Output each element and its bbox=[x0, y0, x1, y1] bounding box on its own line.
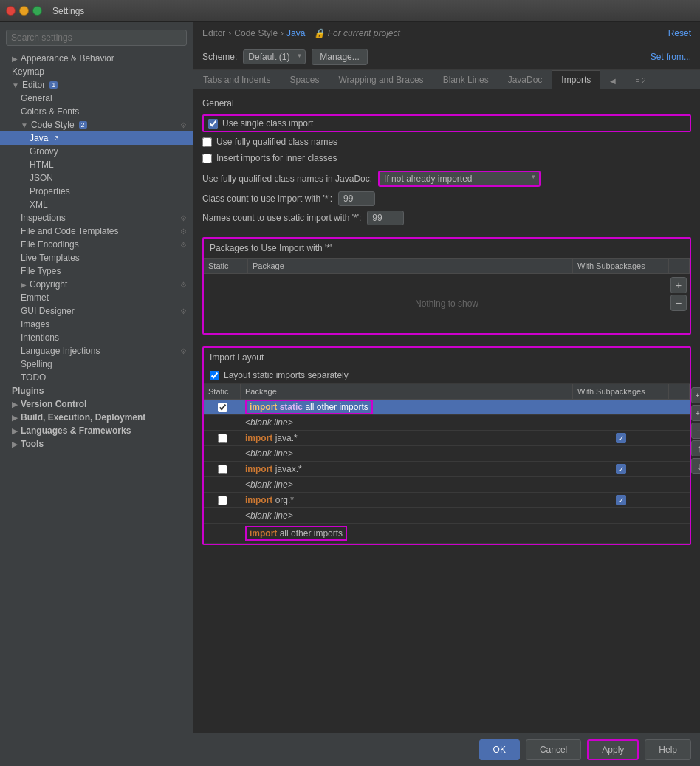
tab-tabs-indents[interactable]: Tabs and Indents bbox=[193, 70, 280, 89]
javax-checkbox[interactable] bbox=[218, 465, 227, 474]
use-fully-qualified-label[interactable]: Use fully qualified class names bbox=[216, 137, 337, 147]
static-all-checkbox[interactable] bbox=[218, 403, 227, 412]
sidebar-item-gui-designer[interactable]: GUI Designer ⚙ bbox=[0, 304, 193, 318]
packages-header: Packages to Use Import with '*' bbox=[204, 239, 690, 258]
manage-button[interactable]: Manage... bbox=[312, 49, 367, 65]
layout-row-org[interactable]: import org.* ✓ bbox=[204, 493, 690, 508]
add-static-layout-button[interactable]: +s bbox=[691, 405, 700, 421]
move-down-layout-button[interactable]: ↓ bbox=[691, 458, 700, 474]
sidebar-item-file-types[interactable]: File Types bbox=[0, 264, 193, 278]
sidebar-item-appearance[interactable]: ▶ Appearance & Behavior bbox=[0, 52, 193, 65]
tab-more[interactable]: ◀ bbox=[600, 72, 625, 89]
org-static-cell bbox=[204, 493, 241, 507]
tab-spaces[interactable]: Spaces bbox=[280, 70, 329, 89]
javax-static-cell bbox=[204, 462, 241, 476]
tab-imports[interactable]: Imports bbox=[552, 70, 600, 89]
sidebar-item-code-style[interactable]: ▼ Code Style 2 ⚙ bbox=[0, 118, 193, 131]
set-from-link[interactable]: Set from... bbox=[651, 52, 691, 62]
sidebar-item-live-templates[interactable]: Live Templates bbox=[0, 251, 193, 264]
move-up-layout-button[interactable]: ↑ bbox=[691, 440, 700, 456]
layout-static-checkbox[interactable] bbox=[210, 371, 219, 380]
reset-link[interactable]: Reset bbox=[668, 28, 691, 38]
sidebar-item-label: Live Templates bbox=[21, 253, 80, 263]
sidebar-item-label: File and Code Templates bbox=[21, 226, 119, 236]
sidebar-item-html[interactable]: HTML bbox=[0, 158, 193, 171]
use-fully-qualified-checkbox[interactable] bbox=[202, 137, 212, 147]
expand-icon: ▼ bbox=[12, 81, 19, 89]
org-actions-cell bbox=[669, 498, 690, 502]
sidebar-item-colors-fonts[interactable]: Colors & Fonts bbox=[0, 105, 193, 118]
sidebar-item-build[interactable]: ▶ Build, Execution, Deployment bbox=[0, 411, 193, 424]
all-subpackages-cell bbox=[573, 531, 669, 536]
class-count-input[interactable] bbox=[338, 191, 375, 206]
sidebar-item-editor[interactable]: ▼ Editor 1 bbox=[0, 78, 193, 92]
javax-actions-cell bbox=[669, 467, 690, 471]
blank-line-1: <blank line> bbox=[241, 415, 573, 430]
search-input[interactable] bbox=[6, 30, 187, 46]
tab-wrapping[interactable]: Wrapping and Braces bbox=[329, 70, 433, 89]
sidebar-item-tools[interactable]: ▶ Tools bbox=[0, 437, 193, 451]
close-button[interactable] bbox=[6, 6, 16, 16]
sidebar-item-emmet[interactable]: Emmet bbox=[0, 291, 193, 304]
remove-package-button[interactable]: − bbox=[670, 295, 687, 311]
tab-javadoc[interactable]: JavaDoc bbox=[498, 70, 552, 89]
sidebar-item-intentions[interactable]: Intentions bbox=[0, 331, 193, 344]
expand-icon: ▶ bbox=[12, 400, 18, 408]
window-controls[interactable] bbox=[6, 6, 42, 16]
sidebar-item-images[interactable]: Images bbox=[0, 318, 193, 331]
java-checkbox[interactable] bbox=[218, 434, 227, 443]
layout-row-static-all[interactable]: import static all other imports bbox=[204, 400, 690, 415]
help-button[interactable]: Help bbox=[645, 739, 691, 760]
add-layout-button[interactable]: +n bbox=[691, 387, 700, 403]
remove-layout-button[interactable]: − bbox=[691, 423, 700, 439]
sidebar-item-label: Properties bbox=[30, 186, 70, 196]
sidebar-item-general[interactable]: General bbox=[0, 92, 193, 105]
sidebar-item-todo[interactable]: TODO bbox=[0, 371, 193, 384]
expand-icon: ▼ bbox=[21, 121, 28, 129]
cancel-button[interactable]: Cancel bbox=[526, 739, 581, 760]
sidebar-item-file-encodings[interactable]: File Encodings ⚙ bbox=[0, 238, 193, 251]
use-single-class-label[interactable]: Use single class import bbox=[222, 118, 313, 129]
sidebar-item-properties[interactable]: Properties bbox=[0, 185, 193, 198]
org-checkbox[interactable] bbox=[218, 496, 227, 505]
sidebar-item-keymap[interactable]: Keymap bbox=[0, 65, 193, 78]
layout-row-java[interactable]: import java.* ✓ bbox=[204, 431, 690, 446]
insert-imports-label[interactable]: Insert imports for inner classes bbox=[216, 153, 337, 163]
javadoc-select-wrap[interactable]: If not already imported bbox=[378, 171, 541, 187]
minimize-button[interactable] bbox=[19, 6, 29, 16]
sidebar-item-label: JSON bbox=[30, 173, 53, 183]
sidebar-item-spelling[interactable]: Spelling bbox=[0, 358, 193, 371]
javadoc-select[interactable]: If not already imported bbox=[378, 171, 541, 187]
scheme-select[interactable]: Default (1) bbox=[243, 49, 306, 64]
sidebar-item-languages[interactable]: ▶ Languages & Frameworks bbox=[0, 424, 193, 437]
scheme-dropdown[interactable]: Default (1) bbox=[243, 49, 306, 64]
apply-button[interactable]: Apply bbox=[587, 739, 639, 760]
tab-more2[interactable]: = 2 bbox=[625, 72, 655, 89]
sidebar-item-file-code-templates[interactable]: File and Code Templates ⚙ bbox=[0, 225, 193, 238]
tab-blank-lines[interactable]: Blank Lines bbox=[433, 70, 498, 89]
sidebar-item-version-control[interactable]: ▶ Version Control bbox=[0, 397, 193, 411]
org-subpackages-cell: ✓ bbox=[573, 493, 669, 507]
sidebar-item-language-injections[interactable]: Language Injections ⚙ bbox=[0, 344, 193, 358]
add-package-button[interactable]: + bbox=[670, 277, 687, 293]
blank-line-4: <blank line> bbox=[241, 508, 573, 523]
expand-icon: ▶ bbox=[12, 427, 18, 435]
sidebar-item-java[interactable]: Java 3 bbox=[0, 131, 193, 145]
packages-col-static: Static bbox=[204, 259, 248, 273]
sidebar-item-groovy[interactable]: Groovy bbox=[0, 145, 193, 158]
sidebar-item-copyright[interactable]: ▶ Copyright ⚙ bbox=[0, 278, 193, 291]
layout-static-label[interactable]: Layout static imports separately bbox=[224, 370, 349, 380]
sidebar-item-plugins[interactable]: Plugins bbox=[0, 384, 193, 397]
layout-row-javax[interactable]: import javax.* ✓ bbox=[204, 462, 690, 477]
maximize-button[interactable] bbox=[32, 6, 42, 16]
use-single-class-checkbox[interactable] bbox=[208, 119, 218, 129]
ok-button[interactable]: OK bbox=[479, 739, 520, 760]
names-count-input[interactable] bbox=[367, 211, 404, 225]
names-count-label: Names count to use static import with '*… bbox=[202, 213, 361, 223]
layout-row-all-imports[interactable]: import all other imports bbox=[204, 524, 690, 544]
breadcrumb: Editor › Code Style › Java 🔒 For current… bbox=[193, 22, 700, 44]
insert-imports-checkbox[interactable] bbox=[202, 154, 212, 163]
sidebar-item-json[interactable]: JSON bbox=[0, 171, 193, 185]
sidebar-item-xml[interactable]: XML bbox=[0, 198, 193, 211]
sidebar-item-inspections[interactable]: Inspections ⚙ bbox=[0, 211, 193, 225]
